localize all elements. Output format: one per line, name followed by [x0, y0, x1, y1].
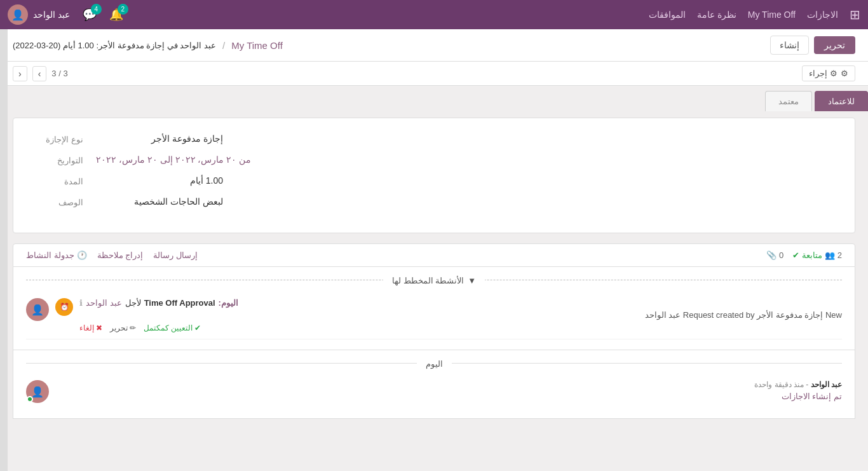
schedule-activity-btn[interactable]: 🕐 جدولة النشاط: [26, 250, 87, 260]
messages-btn[interactable]: 💬 4: [83, 8, 97, 22]
activity-today-label: اليوم:: [219, 298, 238, 308]
today-title: اليوم: [417, 359, 452, 369]
nav-my-time-off[interactable]: My Time Off: [748, 10, 796, 20]
message-text[interactable]: تم إنشاء الاجازات: [55, 392, 842, 401]
edit-activity-btn[interactable]: ✏ تحرير: [110, 324, 136, 332]
message-count: 4: [91, 4, 102, 15]
activity-buttons: ✔ التعيين كمكتمل ✏ تحرير ✖ إلغاء: [79, 324, 842, 332]
form-row-desc: لبعض الحاجات الشخصية الوصف: [32, 196, 836, 207]
form-row-type: إجازة مدفوعة الأجر نوع الإجازة: [32, 133, 836, 144]
activity-type: Time Off Approval: [144, 298, 215, 308]
nav-app-title[interactable]: الاجازات: [807, 10, 838, 20]
breadcrumb-separator: /: [222, 40, 225, 51]
activity-avatar: 👤: [26, 298, 49, 321]
user-menu[interactable]: عبد الواحد 👤: [8, 4, 70, 25]
record-navigation: ⚙ ⚙ إجراء 3 / 3 › ‹: [0, 62, 868, 86]
grid-icon[interactable]: ⊞: [850, 7, 860, 22]
breadcrumb-parent[interactable]: My Time Off: [231, 40, 283, 51]
form-card: إجازة مدفوعة الأجر نوع الإجازة من ٢٠ مار…: [13, 118, 855, 233]
attachments-info: 0 📎: [766, 250, 783, 260]
status-tabs: للاعتماد معتمد: [0, 91, 868, 111]
form-row-dates: من ٢٠ مارس، ٢٠٢٢ إلى ٢٠ مارس، ٢٠٢٢ التوا…: [32, 154, 836, 165]
followers-info: 2 👥 متابعة ✔: [792, 250, 842, 260]
desc-value: لبعض الحاجات الشخصية: [96, 196, 223, 207]
form-row-duration: 1.00 أيام المدة: [32, 175, 836, 186]
top-navigation: ⊞ الاجازات My Time Off نظرة عامة الموافق…: [0, 0, 868, 29]
tab-for-approval-label: للاعتماد: [828, 97, 855, 106]
pencil-icon: ✏: [130, 324, 136, 332]
record-nav-left: ⚙ ⚙ إجراء: [802, 65, 855, 81]
attachments-count: 0: [779, 250, 783, 260]
desc-label: الوصف: [32, 196, 83, 207]
nav-prev-button[interactable]: ›: [32, 66, 47, 81]
gear-icon: ⚙: [841, 69, 848, 78]
record-count: 3 / 3: [51, 69, 67, 78]
side-strip: [0, 29, 8, 432]
nav-next-button[interactable]: ‹: [13, 66, 27, 81]
followers-count: 2: [837, 250, 842, 260]
edit-button[interactable]: تحرير: [814, 36, 855, 54]
activities-title-label: الأنشطة المخطط لها: [392, 276, 464, 285]
mark-complete-btn[interactable]: ✔ التعيين كمكتمل: [144, 324, 201, 332]
clock-icon: 🕐: [77, 250, 87, 260]
cancel-label: إلغاء: [79, 324, 94, 332]
nav-approvals[interactable]: الموافقات: [649, 10, 686, 20]
activities-section: ▼ الأنشطة المخطط لها اليوم: Time Off App…: [13, 267, 855, 350]
dates-label: التواريخ: [32, 154, 83, 165]
chatter-bar: 2 👥 متابعة ✔ 0 📎 إرسال رسالة إدراج ملاحظ…: [13, 243, 855, 267]
today-section: اليوم عبد الواحد - منذ دقيقة واحدة تم إن…: [13, 350, 855, 419]
nav-right: ⊞ الاجازات My Time Off نظرة عامة الموافق…: [649, 7, 860, 22]
tab-approved[interactable]: معتمد: [765, 91, 812, 111]
action-button[interactable]: ⚙ ⚙ إجراء: [802, 65, 855, 81]
toolbar-buttons: تحرير إنشاء: [770, 36, 855, 55]
activities-title[interactable]: ▼ الأنشطة المخطط لها: [383, 276, 485, 285]
record-nav-right: 3 / 3 › ‹: [13, 66, 68, 81]
message-meta: عبد الواحد - منذ دقيقة واحدة: [55, 380, 842, 389]
message-content: عبد الواحد - منذ دقيقة واحدة تم إنشاء ال…: [55, 380, 842, 401]
user-name: عبد الواحد: [33, 10, 70, 20]
mark-complete-label: التعيين كمكتمل: [144, 324, 193, 332]
chevron-down-icon: ▼: [468, 276, 476, 285]
edit-activity-label: تحرير: [110, 324, 128, 332]
duration-label: المدة: [32, 175, 83, 186]
activity-desc: New إجازة مدفوعة الأجر Request created b…: [79, 310, 842, 320]
today-header: اليوم: [26, 350, 842, 375]
activity-user: عبد الواحد: [86, 298, 122, 308]
activity-header-line: اليوم: Time Off Approval لأجل عبد الواحد…: [79, 298, 842, 308]
nav-overview[interactable]: نظرة عامة: [697, 10, 736, 20]
activity-for-label: لأجل: [125, 298, 141, 308]
leave-type-label: نوع الإجازة: [32, 133, 83, 144]
clock-activity-icon: ⏰: [60, 303, 69, 311]
notification-count: 2: [118, 4, 128, 15]
notifications-bell[interactable]: 🔔 2: [109, 8, 123, 22]
activity-item: اليوم: Time Off Approval لأجل عبد الواحد…: [26, 292, 842, 339]
chatter-meta: 2 👥 متابعة ✔ 0 📎: [766, 250, 842, 260]
tab-approved-label: معتمد: [778, 97, 799, 106]
action-label: ⚙ إجراء: [809, 69, 837, 78]
leave-type-value: إجازة مدفوعة الأجر: [96, 133, 223, 144]
dates-value[interactable]: من ٢٠ مارس، ٢٠٢٢ إلى ٢٠ مارس، ٢٠٢٢: [96, 154, 251, 165]
tab-for-approval[interactable]: للاعتماد: [815, 91, 868, 111]
add-note-btn[interactable]: إدراج ملاحظة: [97, 250, 144, 260]
message-item: عبد الواحد - منذ دقيقة واحدة تم إنشاء ال…: [26, 375, 842, 408]
breadcrumb: My Time Off / عبد الواحد في إجازة مدفوعة…: [13, 40, 283, 51]
breadcrumb-current: عبد الواحد في إجازة مدفوعة الأجر: 1.00 أ…: [13, 41, 216, 50]
activity-type-icon: ⏰: [55, 298, 73, 316]
info-icon: ℹ: [79, 298, 83, 308]
message-separator: -: [804, 380, 808, 389]
times-icon: ✖: [96, 324, 102, 332]
online-indicator: [27, 396, 33, 402]
new-button[interactable]: إنشاء: [770, 36, 809, 55]
cancel-activity-btn[interactable]: ✖ إلغاء: [79, 324, 102, 332]
schedule-label: جدولة النشاط: [26, 250, 74, 260]
send-message-btn[interactable]: إرسال رسالة: [153, 250, 198, 260]
following-label[interactable]: متابعة ✔: [792, 250, 822, 260]
message-avatar: 👤: [26, 380, 49, 403]
activities-header: ▼ الأنشطة المخطط لها: [26, 267, 842, 292]
message-time: منذ دقيقة واحدة: [754, 380, 804, 389]
message-user: عبد الواحد: [811, 380, 842, 389]
followers-icon: 👥: [825, 250, 835, 260]
breadcrumb-bar: تحرير إنشاء My Time Off / عبد الواحد في …: [0, 29, 868, 62]
activity-content: اليوم: Time Off Approval لأجل عبد الواحد…: [79, 298, 842, 332]
check-icon: ✔: [194, 324, 201, 332]
